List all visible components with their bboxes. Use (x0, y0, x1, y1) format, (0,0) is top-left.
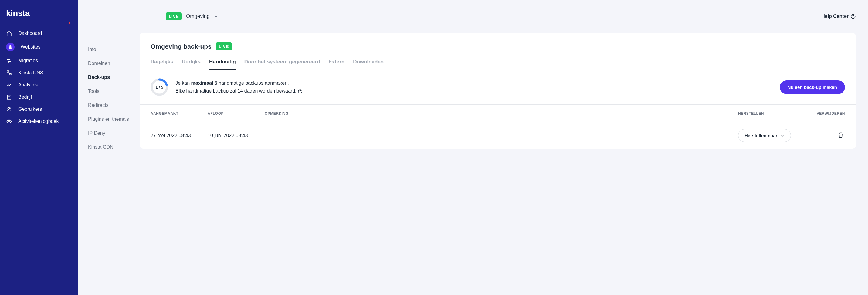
col-header-delete: VERWIJDEREN (814, 111, 845, 116)
tab-manual[interactable]: Handmatig (209, 59, 236, 70)
environment-label: Omgeving (186, 13, 209, 20)
card-header: Omgeving back-ups LIVE Dagelijks Uurlijk… (140, 33, 856, 70)
tab-daily[interactable]: Dagelijks (151, 59, 173, 70)
chevron-down-icon (780, 134, 784, 138)
nav-item-activity-log[interactable]: Activiteitenlogboek (0, 115, 78, 127)
nav-label: Dashboard (18, 31, 42, 36)
col-header-created: AANGEMAAKT (151, 111, 208, 116)
cell-restore: Herstellen naar (738, 129, 814, 142)
delete-button[interactable] (836, 131, 845, 141)
col-header-note: OPMERKING (265, 111, 738, 116)
svg-rect-0 (7, 71, 9, 72)
cell-delete (814, 131, 845, 141)
nav-label: Migraties (18, 58, 38, 63)
dns-icon (6, 70, 12, 76)
subnav-redirects[interactable]: Redirects (88, 98, 133, 112)
tab-external[interactable]: Extern (329, 59, 344, 70)
secondary-sidebar: Info Domeinen Back-ups Tools Redirects P… (78, 0, 140, 295)
cell-created: 27 mei 2022 08:43 (151, 133, 208, 138)
subnav-cdn[interactable]: Kinsta CDN (88, 140, 133, 154)
nav-label: Analytics (18, 82, 38, 88)
logo-text: KINSTA (6, 8, 30, 18)
live-badge: LIVE (166, 12, 182, 20)
backup-usage-ring: 1 / 5 (151, 78, 168, 96)
logo[interactable]: KINSTA (0, 6, 78, 27)
subnav-backups[interactable]: Back-ups (88, 70, 133, 84)
primary-sidebar: KINSTA Dashboard Websites Migraties Kins… (0, 0, 78, 295)
card-live-badge: LIVE (216, 42, 232, 50)
environment-selector[interactable]: LIVE Omgeving (166, 12, 218, 20)
top-bar: LIVE Omgeving Help Center (140, 0, 868, 33)
subnav-plugins[interactable]: Plugins en thema's (88, 112, 133, 126)
restore-to-button[interactable]: Herstellen naar (738, 129, 791, 142)
subnav-ipdeny[interactable]: IP Deny (88, 126, 133, 140)
card-title: Omgeving back-ups (151, 43, 212, 50)
eye-icon (6, 119, 12, 124)
main-content: LIVE Omgeving Help Center Omgeving back-… (140, 0, 868, 295)
nav-label: Gebruikers (18, 107, 42, 112)
nav-label: Websites (21, 44, 41, 50)
nav-item-websites[interactable]: Websites (0, 39, 78, 55)
nav-item-users[interactable]: Gebruikers (0, 103, 78, 115)
info-section: 1 / 5 Je kan maximaal 5 handmatige backu… (140, 70, 856, 105)
tab-download[interactable]: Downloaden (353, 59, 383, 70)
nav-label: Bedrijf (18, 94, 32, 100)
users-icon (6, 107, 12, 112)
cell-expires: 10 jun. 2022 08:43 (208, 133, 265, 138)
tab-system-generated[interactable]: Door het systeem gegenereerd (244, 59, 320, 70)
nav-label: Activiteitenlogboek (18, 119, 59, 124)
table-header: AANGEMAAKT AFLOOP OPMERKING HERSTELLEN V… (140, 105, 856, 122)
trash-icon (838, 132, 844, 139)
info-circle-icon[interactable] (298, 89, 303, 94)
info-text: Je kan maximaal 5 handmatige backups aan… (176, 79, 303, 95)
svg-rect-2 (7, 95, 11, 99)
help-center-link[interactable]: Help Center (821, 14, 856, 19)
layers-icon (6, 43, 14, 51)
col-header-expires: AFLOOP (208, 111, 265, 116)
subnav-tools[interactable]: Tools (88, 84, 133, 98)
backups-card: Omgeving back-ups LIVE Dagelijks Uurlijk… (140, 33, 856, 149)
nav-item-dashboard[interactable]: Dashboard (0, 27, 78, 39)
svg-point-3 (8, 108, 10, 109)
info-left: 1 / 5 Je kan maximaal 5 handmatige backu… (151, 78, 303, 96)
subnav-domains[interactable]: Domeinen (88, 56, 133, 70)
home-icon (6, 31, 12, 36)
nav-item-analytics[interactable]: Analytics (0, 79, 78, 91)
create-backup-button[interactable]: Nu een back-up maken (780, 81, 845, 94)
table-row: 27 mei 2022 08:43 10 jun. 2022 08:43 Her… (140, 122, 856, 149)
analytics-icon (6, 82, 12, 88)
usage-counter: 1 / 5 (155, 85, 163, 90)
help-center-label: Help Center (821, 14, 848, 19)
chevron-down-icon (214, 14, 218, 19)
question-circle-icon (850, 14, 856, 19)
nav-item-company[interactable]: Bedrijf (0, 91, 78, 103)
notification-dot[interactable] (69, 22, 70, 24)
nav-item-migrations[interactable]: Migraties (0, 55, 78, 67)
tabs: Dagelijks Uurlijks Handmatig Door het sy… (151, 59, 845, 70)
card-title-row: Omgeving back-ups LIVE (151, 42, 845, 50)
company-icon (6, 94, 12, 100)
svg-rect-1 (9, 73, 11, 75)
migrate-icon (6, 58, 12, 63)
col-header-restore: HERSTELLEN (738, 111, 814, 116)
restore-label: Herstellen naar (744, 133, 777, 138)
tab-hourly[interactable]: Uurlijks (182, 59, 200, 70)
subnav-info[interactable]: Info (88, 42, 133, 56)
svg-point-4 (8, 121, 10, 122)
nav-label: Kinsta DNS (18, 70, 43, 76)
nav-item-dns[interactable]: Kinsta DNS (0, 67, 78, 79)
